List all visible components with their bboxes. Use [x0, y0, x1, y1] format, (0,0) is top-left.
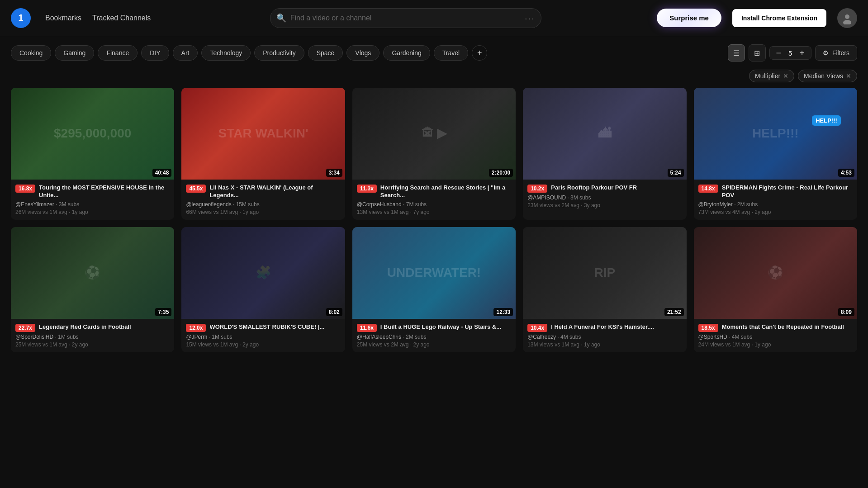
thumbnail: ⚽ 7:35	[11, 227, 174, 319]
duration-badge: 40:48	[152, 169, 172, 177]
subscriber-count: 4M subs	[732, 334, 752, 340]
duration-badge: 3:34	[326, 169, 342, 177]
time-ago: 1y ago	[754, 341, 771, 348]
video-title: I Held A Funeral For KSI's Hamster....	[551, 323, 654, 331]
multiplier-title-row: 45.5x Lil Nas X - STAR WALKIN' (League o…	[186, 184, 340, 199]
multiplier-title-row: 14.8x SPIDERMAN Fights Crime - Real Life…	[698, 184, 853, 199]
multiplier-badge: 11.6x	[357, 324, 377, 332]
video-card[interactable]: HELP!!! HELP!!! 4:53 14.8x SPIDERMAN Fig…	[694, 88, 857, 220]
view-stats: 23M views vs 2M avg	[527, 202, 579, 208]
multiplier-badge: 22.7x	[15, 324, 35, 332]
channel-handle[interactable]: @AMPISOUND	[527, 194, 566, 201]
remove-filter-icon[interactable]: ✕	[846, 72, 851, 80]
category-chip-space[interactable]: Space	[308, 45, 343, 61]
multiplier-badge: 14.8x	[698, 185, 718, 193]
view-stats: 73M views vs 4M avg	[698, 209, 750, 215]
nav-bookmarks[interactable]: Bookmarks	[42, 11, 85, 25]
category-chip-art[interactable]: Art	[173, 45, 198, 61]
stats-row: 25M views vs 2M avg · 2y ago	[357, 341, 511, 348]
video-card[interactable]: STAR WALKIN' 3:34 45.5x Lil Nas X - STAR…	[181, 88, 345, 220]
channel-handle[interactable]: @BrytonMyler	[698, 201, 733, 208]
count-decrease-button[interactable]: −	[774, 48, 783, 57]
channel-handle[interactable]: @EnesYilmazer	[15, 201, 54, 208]
view-stats: 24M views vs 1M avg	[698, 341, 750, 348]
grid-icon: ⊞	[754, 49, 760, 57]
view-stats: 15M views vs 1M avg	[186, 341, 238, 348]
thumbnail: STAR WALKIN' 3:34	[181, 88, 345, 180]
remove-filter-icon[interactable]: ✕	[783, 72, 788, 80]
channel-handle[interactable]: @Calfreezy	[527, 334, 556, 340]
category-chip-cooking[interactable]: Cooking	[11, 45, 51, 61]
duration-badge: 8:02	[326, 308, 342, 316]
category-chip-gaming[interactable]: Gaming	[55, 45, 94, 61]
add-category-button[interactable]: +	[472, 45, 487, 61]
channel-handle[interactable]: @JPerm	[186, 334, 207, 340]
svg-point-0	[845, 14, 849, 19]
multiplier-title-row: 22.7x Legendary Red Cards in Football	[15, 323, 170, 332]
time-ago: 2y ago	[413, 341, 430, 348]
channel-row: @CorpseHusband · 7M subs	[357, 201, 511, 208]
video-card[interactable]: 🏙 5:24 10.2x Paris Rooftop Parkour POV F…	[523, 88, 686, 220]
count-increase-button[interactable]: +	[797, 48, 806, 57]
time-ago: 7y ago	[413, 209, 430, 215]
video-card[interactable]: UNDERWATER! 12:33 11.6x I Built a HUGE L…	[352, 227, 516, 352]
channel-handle[interactable]: @SportsHD	[698, 334, 727, 340]
video-card[interactable]: ⚽ 8:09 18.5x Moments that Can't be Repea…	[694, 227, 857, 352]
duration-badge: 21:52	[664, 308, 684, 316]
svg-point-1	[843, 20, 851, 24]
search-bar: 🔍 ···	[270, 8, 541, 28]
subscriber-count: 2M subs	[737, 201, 758, 208]
category-chip-gardening[interactable]: Gardening	[383, 45, 430, 61]
stats-row: 15M views vs 1M avg · 2y ago	[186, 341, 340, 348]
thumbnail: 🏚 ▶ 2:20:00	[352, 88, 516, 180]
duration-badge: 4:53	[838, 169, 854, 177]
subscriber-count: 2M subs	[406, 334, 426, 340]
video-card[interactable]: $295,000,000 40:48 16.8x Touring the MOS…	[11, 88, 174, 220]
logo[interactable]: 1	[11, 8, 31, 28]
category-chip-technology[interactable]: Technology	[201, 45, 251, 61]
multiplier-title-row: 12.0x WORLD'S SMALLEST RUBIK'S CUBE! |..…	[186, 323, 340, 332]
thumbnail: ⚽ 8:09	[694, 227, 857, 319]
time-ago: 2y ago	[754, 209, 771, 215]
multiplier-title-row: 16.8x Touring the MOST EXPENSIVE HOUSE i…	[15, 184, 170, 199]
multiplier-title-row: 18.5x Moments that Can't be Repeated in …	[698, 323, 853, 332]
channel-handle[interactable]: @SporDelisiHD	[15, 334, 53, 340]
grid-view-button[interactable]: ⊞	[749, 44, 766, 62]
card-meta: 10.4x I Held A Funeral For KSI's Hamster…	[523, 319, 686, 352]
filters-button[interactable]: ⚙ Filters	[815, 45, 857, 61]
channel-handle[interactable]: @CorpseHusband	[357, 201, 402, 208]
time-ago: 3y ago	[584, 202, 600, 208]
category-chip-travel[interactable]: Travel	[434, 45, 468, 61]
video-card[interactable]: RIP 21:52 10.4x I Held A Funeral For KSI…	[523, 227, 686, 352]
category-chip-productivity[interactable]: Productivity	[254, 45, 304, 61]
search-options-icon[interactable]: ···	[525, 13, 535, 23]
category-chip-finance[interactable]: Finance	[98, 45, 138, 61]
nav-links: Bookmarks Tracked Channels	[42, 11, 154, 25]
active-filter-median-views: Median Views ✕	[798, 70, 857, 82]
channel-row: @leagueoflegends · 15M subs	[186, 201, 340, 208]
avatar[interactable]	[837, 8, 857, 28]
channel-handle[interactable]: @leagueoflegends	[186, 201, 231, 208]
time-ago: 1y ago	[72, 209, 88, 215]
duration-badge: 5:24	[668, 169, 684, 177]
card-meta: 11.6x I Built a HUGE Lego Railway - Up S…	[352, 319, 516, 352]
search-input[interactable]	[270, 8, 541, 28]
stats-row: 23M views vs 2M avg · 3y ago	[527, 202, 682, 208]
thumbnail-text: UNDERWATER!	[352, 227, 516, 319]
video-title: SPIDERMAN Fights Crime - Real Life Parko…	[722, 184, 853, 199]
category-chip-vlogs[interactable]: Vlogs	[346, 45, 379, 61]
list-view-button[interactable]: ☰	[728, 44, 745, 62]
video-card[interactable]: 🏚 ▶ 2:20:00 11.3x Horrifying Search and …	[352, 88, 516, 220]
count-value: 5	[787, 49, 794, 57]
view-stats: 26M views vs 1M avg	[15, 209, 67, 215]
video-card[interactable]: 🧩 8:02 12.0x WORLD'S SMALLEST RUBIK'S CU…	[181, 227, 345, 352]
install-chrome-button[interactable]: Install Chrome Extension	[732, 9, 826, 27]
thumbnail-text: 🏚 ▶	[352, 88, 516, 180]
surprise-button[interactable]: Surprise me	[657, 9, 721, 27]
view-stats: 13M views vs 1M avg	[527, 341, 579, 348]
video-card[interactable]: ⚽ 7:35 22.7x Legendary Red Cards in Foot…	[11, 227, 174, 352]
category-chip-diy[interactable]: DIY	[141, 45, 169, 61]
video-title: Legendary Red Cards in Football	[39, 323, 131, 331]
nav-tracked-channels[interactable]: Tracked Channels	[89, 11, 154, 25]
channel-handle[interactable]: @HalfAsleepChris	[357, 334, 401, 340]
